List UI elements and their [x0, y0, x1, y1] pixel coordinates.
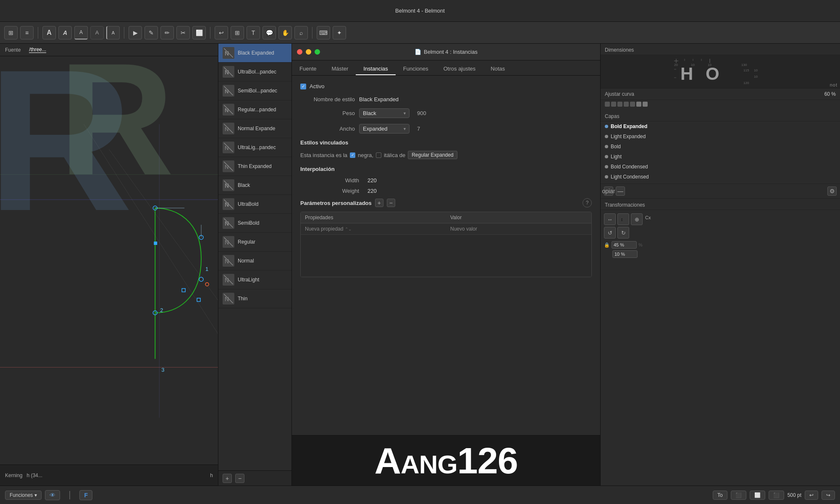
list-item[interactable]: N Black — [218, 176, 291, 195]
params-add-button[interactable]: + — [375, 199, 383, 207]
list-item[interactable]: N Black Expanded — [218, 44, 291, 63]
canvas-tab-fuente[interactable]: Fuente — [5, 47, 21, 53]
settings-button[interactable]: ⚙ — [827, 186, 837, 196]
eye-button[interactable]: 👁 — [45, 490, 60, 500]
width-num: 7 — [417, 126, 420, 132]
funciones-button[interactable]: Funciones ▾ — [5, 491, 42, 500]
font-f-button[interactable]: F — [79, 490, 92, 500]
weight-select[interactable]: Black — [359, 108, 410, 118]
transform-rotate-left[interactable]: ↺ — [604, 227, 616, 239]
list-item[interactable]: N UltraBol...pandec — [218, 63, 291, 81]
add-instance-button[interactable]: + — [223, 474, 232, 483]
layer-item-bold[interactable]: Bold — [601, 142, 840, 152]
transform-flip-v[interactable]: ↕ — [617, 213, 629, 225]
list-item[interactable]: N Normal — [218, 252, 291, 270]
close-button[interactable] — [297, 49, 302, 55]
dot — [643, 102, 648, 107]
list-item[interactable]: N SemiBol...pandec — [218, 81, 291, 100]
undo-bottom-button[interactable]: ↩ — [805, 491, 818, 500]
list-item[interactable]: N SemiBold — [218, 214, 291, 233]
list-item[interactable]: N Thin Expanded — [218, 157, 291, 176]
active-checkbox[interactable]: ✓ — [300, 84, 306, 89]
layer-dot — [605, 125, 608, 128]
linked-negra-checkbox[interactable]: ✓ — [350, 152, 355, 158]
canvas-tab-three[interactable]: /three... — [29, 47, 46, 53]
transform-rotate-right[interactable]: ↻ — [617, 227, 629, 239]
layer-item-bold-expanded[interactable]: Bold Expanded — [601, 121, 840, 131]
instance-label: Normal Expande — [238, 126, 275, 131]
transform-target[interactable]: ⊕ — [631, 213, 643, 225]
copy-button[interactable]: opiar — [604, 186, 613, 196]
linked-desc: Esta instancia es la — [300, 152, 347, 158]
toolbar-font-A3[interactable]: A — [74, 26, 88, 39]
toolbar-list-btn[interactable]: ≡ — [20, 26, 34, 39]
transform-pct-row-2 — [604, 250, 837, 258]
toolbar-text[interactable]: T — [247, 26, 260, 39]
toolbar-rect[interactable]: ⬜ — [192, 26, 206, 39]
params-prop-arrow: ⌃⌄ — [345, 227, 352, 231]
toolbar-search[interactable]: ⌕ — [294, 26, 308, 39]
transform-flip-h[interactable]: ↔ — [604, 213, 616, 225]
list-item[interactable]: N UltraBold — [218, 195, 291, 214]
toolbar-cursor[interactable]: ▶ — [129, 26, 142, 39]
svg-text:3: 3 — [161, 367, 164, 373]
tab-instancias[interactable]: Instancias — [356, 63, 396, 75]
interp-weight-value: 220 — [368, 188, 388, 194]
params-new-prop[interactable]: Nueva propiedad ⌃⌄ — [301, 223, 446, 234]
list-item[interactable]: N Regular — [218, 233, 291, 252]
list-item[interactable]: N UltraLig...pandec — [218, 138, 291, 157]
maximize-button[interactable] — [315, 49, 320, 55]
toolbar-font-A4[interactable]: A — [90, 26, 104, 39]
layer-item-light-condensed[interactable]: Light Condensed — [601, 172, 840, 182]
toolbar-font-A[interactable]: A — [42, 26, 56, 39]
detail-panel: 📄 Belmont 4 : Instancias Fuente Máster I… — [292, 44, 601, 486]
remove-instance-button[interactable]: − — [235, 474, 244, 483]
toolbar-pen[interactable]: ✎ — [144, 26, 158, 39]
transform-pct-input-2[interactable] — [612, 250, 638, 258]
align-right-button[interactable]: ⬛ — [769, 491, 784, 500]
toolbar-metrics[interactable]: ✦ — [333, 26, 346, 39]
toolbar-kbd[interactable]: ⌨ — [317, 26, 330, 39]
width-select[interactable]: Expanded — [359, 124, 410, 134]
tab-fuente[interactable]: Fuente — [292, 63, 324, 75]
params-remove-button[interactable]: − — [387, 199, 395, 207]
toolbar-comment[interactable]: 💬 — [262, 26, 276, 39]
bezier-canvas: 3 2 1 — [0, 56, 218, 486]
toolbar-cut[interactable]: ✂ — [176, 26, 190, 39]
redo-bottom-button[interactable]: ↪ — [822, 491, 835, 500]
list-item[interactable]: N Normal Expande — [218, 119, 291, 138]
instance-label: Black — [238, 182, 250, 188]
transform-pct-input-1[interactable] — [612, 241, 637, 249]
to-button[interactable]: To — [713, 491, 727, 500]
toolbar-grid2[interactable]: ⊞ — [231, 26, 244, 39]
layer-item-light[interactable]: Light — [601, 152, 840, 162]
toolbar-undo[interactable]: ↩ — [215, 26, 228, 39]
linked-ref-value[interactable]: Regular Expanded — [408, 151, 457, 159]
tab-funciones[interactable]: Funciones — [396, 63, 436, 75]
tab-master[interactable]: Máster — [324, 63, 356, 75]
toolbar-hand[interactable]: ✋ — [278, 26, 292, 39]
tab-notas[interactable]: Notas — [483, 63, 512, 75]
list-item[interactable]: N UltraLight — [218, 270, 291, 289]
instance-icon: N — [223, 85, 234, 97]
params-table-row[interactable]: Nueva propiedad ⌃⌄ Nuevo valor — [301, 223, 591, 235]
bottom-bar: Funciones ▾ 👁 F To ⬛ ⬜ ⬛ 500 pt ↩ ↪ — [0, 486, 840, 504]
toolbar-pencil[interactable]: ✏ — [160, 26, 174, 39]
align-center-button[interactable]: ⬜ — [750, 491, 765, 500]
params-new-val[interactable]: Nuevo valor — [446, 223, 591, 234]
toolbar-font-A2[interactable]: A — [58, 26, 72, 39]
list-item[interactable]: N Regular...panded — [218, 100, 291, 119]
linked-italic-checkbox[interactable] — [376, 152, 381, 158]
list-item[interactable]: N Thin — [218, 289, 291, 308]
toolbar-grid-btn[interactable]: ⊞ — [4, 26, 18, 39]
instance-label: Normal — [238, 258, 254, 264]
minimize-button[interactable] — [306, 49, 311, 55]
layer-item-bold-condensed[interactable]: Bold Condensed — [601, 162, 840, 172]
params-help-button[interactable]: ? — [583, 198, 592, 207]
align-left-button[interactable]: ⬛ — [731, 491, 746, 500]
toolbar-font-A5[interactable]: A — [106, 26, 120, 39]
copy-option-button[interactable]: — — [616, 186, 625, 196]
tab-otros[interactable]: Otros ajustes — [436, 63, 483, 75]
active-row: ✓ Activo — [300, 83, 592, 89]
layer-item-light-expanded[interactable]: Light Expanded — [601, 131, 840, 142]
